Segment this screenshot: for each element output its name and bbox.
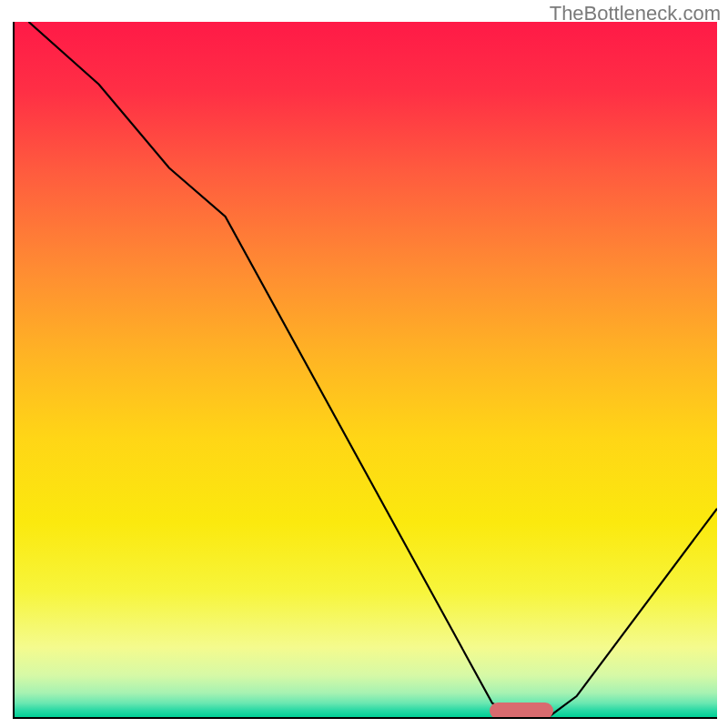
optimal-marker — [490, 703, 553, 719]
plot-area — [13, 22, 717, 719]
watermark-text: TheBottleneck.com — [550, 2, 721, 25]
chart-curve-svg — [15, 22, 717, 717]
bottleneck-curve-path — [28, 22, 717, 717]
